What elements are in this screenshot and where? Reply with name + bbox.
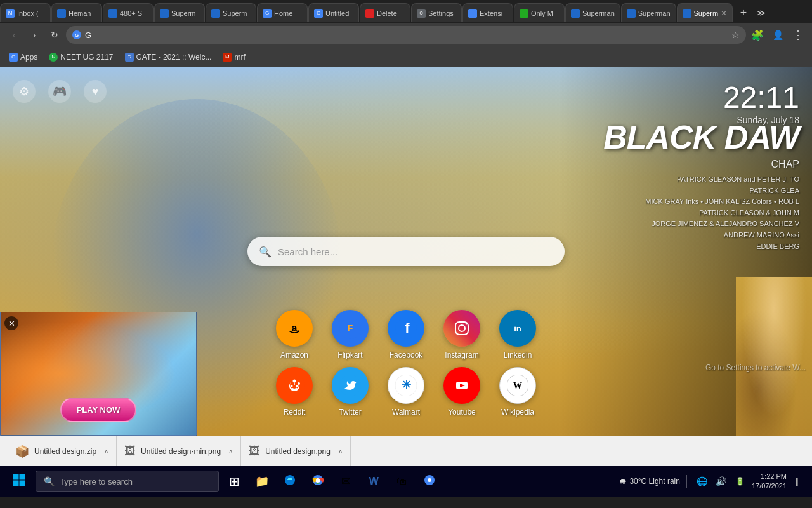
tab-superm2[interactable]: Superm bbox=[206, 3, 256, 22]
bookmark-mrf-label: mrf bbox=[234, 53, 245, 62]
social-linkedin[interactable]: in Linkedin bbox=[499, 310, 536, 359]
tab-label-onlym: Only M bbox=[531, 10, 559, 17]
chrome2-icon bbox=[423, 474, 436, 489]
social-twitter[interactable]: Twitter bbox=[332, 367, 369, 417]
tab-inbox[interactable]: M Inbox ( bbox=[0, 3, 51, 22]
taskbar-chrome-button[interactable] bbox=[305, 469, 331, 494]
favorites-widget-icon[interactable]: ♥ bbox=[84, 80, 107, 103]
credit-line-5: JORGE JIMENEZ & ALEJANDRO SANCHEZ V bbox=[603, 218, 799, 230]
youtube-icon bbox=[443, 367, 480, 404]
bookmark-star-icon[interactable]: ☆ bbox=[731, 30, 740, 40]
taskbar-chrome2-button[interactable] bbox=[417, 469, 442, 494]
facebook-label: Facebook bbox=[390, 351, 423, 359]
search-icon: 🔍 bbox=[259, 246, 272, 258]
walmart-label: Walmart bbox=[392, 408, 420, 417]
start-button[interactable] bbox=[5, 467, 33, 495]
battery-icon-btn[interactable]: 🔋 bbox=[731, 469, 749, 494]
social-wikipedia[interactable]: W Wikipedia bbox=[499, 367, 536, 417]
amazon-label: Amazon bbox=[280, 351, 308, 359]
new-tab-button[interactable]: + bbox=[735, 4, 752, 22]
tab-delete[interactable]: Delete bbox=[360, 3, 410, 22]
show-desktop-button[interactable]: ▐ bbox=[789, 469, 802, 494]
weather-widget[interactable]: 🌧 30°C Light rain bbox=[619, 477, 680, 486]
tab-close-icon[interactable]: ✕ bbox=[721, 9, 727, 18]
extensions-button[interactable]: 🧩 bbox=[749, 26, 766, 44]
back-button[interactable]: ‹ bbox=[5, 26, 23, 44]
taskbar-edge-button[interactable] bbox=[277, 469, 303, 494]
download-min-png-name: Untitled design-min.png bbox=[141, 447, 221, 456]
credit-line-2: PATRICK GLEA bbox=[603, 185, 799, 197]
bookmark-gate[interactable]: G GATE - 2021 :: Welc... bbox=[120, 50, 217, 64]
reddit-label: Reddit bbox=[284, 408, 306, 417]
credit-line-4: PATRICK GLEASON & JOHN M bbox=[603, 208, 799, 219]
ad-close-button[interactable]: ✕ bbox=[4, 316, 18, 330]
tab-heman[interactable]: Heman bbox=[51, 3, 102, 22]
reload-button[interactable]: ↻ bbox=[46, 26, 63, 44]
instagram-icon bbox=[443, 310, 480, 347]
address-bar[interactable]: G G ☆ bbox=[66, 26, 746, 44]
download-item-png[interactable]: 🖼 Untitled design.png ∧ bbox=[241, 436, 351, 466]
tab-settings[interactable]: ⚙ Settings bbox=[411, 3, 462, 22]
taskbar-store-button[interactable]: 🛍 bbox=[389, 469, 414, 494]
svg-point-36 bbox=[428, 478, 431, 482]
taskbar-explorer-button[interactable]: 📁 bbox=[249, 469, 275, 494]
profile-button[interactable]: 👤 bbox=[769, 26, 787, 44]
taskbar-mail-button[interactable]: ✉ bbox=[333, 469, 358, 494]
taskbar-search-bar[interactable]: 🔍 Type here to search bbox=[36, 471, 219, 492]
tab-label-480s: 480+ S bbox=[120, 10, 148, 17]
tab-extensions[interactable]: Extensi bbox=[462, 3, 513, 22]
svg-rect-30 bbox=[13, 480, 19, 486]
volume-icon-btn[interactable]: 🔊 bbox=[712, 469, 730, 494]
ad-play-button[interactable]: PLAY NOW bbox=[60, 398, 137, 422]
bookmark-neet[interactable]: N NEET UG 2117 bbox=[44, 50, 118, 64]
tab-onlym[interactable]: Only M bbox=[514, 3, 565, 22]
social-instagram[interactable]: Instagram bbox=[443, 310, 480, 359]
tab-superm1[interactable]: Superm bbox=[154, 3, 205, 22]
clock-time: 22:11 bbox=[723, 80, 799, 115]
flipkart-label: Flipkart bbox=[337, 351, 362, 359]
bookmark-apps[interactable]: G Apps bbox=[4, 50, 43, 64]
forward-button[interactable]: › bbox=[25, 26, 43, 44]
address-favicon: G bbox=[72, 30, 81, 39]
comic-text-overlay: BLACK DAW CHAP PATRICK GLEASON and PETER… bbox=[603, 118, 799, 252]
tab-superman2[interactable]: Superman bbox=[621, 3, 676, 22]
comic-title: BLACK DAW bbox=[603, 118, 799, 156]
system-clock[interactable]: 1:22 PM 17/07/2021 bbox=[752, 472, 787, 491]
social-reddit[interactable]: Reddit bbox=[276, 367, 313, 417]
social-facebook[interactable]: f Facebook bbox=[388, 310, 424, 359]
bookmark-mrf[interactable]: M mrf bbox=[218, 50, 250, 64]
svg-text:✳: ✳ bbox=[402, 378, 411, 391]
taskbar-search-placeholder: Type here to search bbox=[60, 477, 133, 486]
extend-tabs-icon[interactable]: ≫ bbox=[752, 8, 769, 18]
download-zip-chevron[interactable]: ∧ bbox=[104, 448, 108, 455]
weather-icon: 🌧 bbox=[619, 477, 627, 486]
social-amazon[interactable]: a Amazon bbox=[276, 310, 313, 359]
games-widget-icon[interactable]: 🎮 bbox=[48, 80, 71, 103]
search-bar[interactable]: 🔍 Search here... bbox=[247, 237, 565, 266]
network-icon-btn[interactable]: 🌐 bbox=[693, 469, 711, 494]
menu-button[interactable]: ⋮ bbox=[789, 26, 807, 44]
social-flipkart[interactable]: F Flipkart bbox=[332, 310, 369, 359]
download-min-png-chevron[interactable]: ∧ bbox=[228, 448, 233, 455]
twitter-label: Twitter bbox=[339, 408, 361, 417]
taskbar-word-button[interactable]: W bbox=[361, 469, 386, 494]
explorer-icon: 📁 bbox=[255, 474, 269, 488]
tab-superman-active[interactable]: Superm ✕ bbox=[677, 3, 733, 22]
task-view-button[interactable]: ⊞ bbox=[221, 469, 247, 494]
tab-480s[interactable]: 480+ S bbox=[103, 3, 154, 22]
settings-widget-icon[interactable]: ⚙ bbox=[13, 80, 36, 103]
social-walmart[interactable]: ✳ Walmart bbox=[388, 367, 424, 417]
social-youtube[interactable]: Youtube bbox=[443, 367, 480, 417]
activate-windows-watermark[interactable]: Go to Settings to activate W... bbox=[705, 363, 806, 372]
network-icon: 🌐 bbox=[697, 476, 707, 486]
search-placeholder[interactable]: Search here... bbox=[278, 246, 553, 257]
tab-superman1[interactable]: Superman bbox=[565, 3, 620, 22]
right-comic-overlay bbox=[736, 277, 812, 436]
svg-text:a: a bbox=[292, 323, 298, 333]
tab-untitled[interactable]: G Untitled bbox=[308, 3, 359, 22]
download-item-zip[interactable]: 📦 Untitled design.zip ∧ bbox=[8, 436, 117, 466]
tab-home[interactable]: G Home bbox=[257, 3, 308, 22]
nav-bar: ‹ › ↻ G G ☆ 🧩 👤 ⋮ bbox=[0, 23, 812, 47]
download-item-min-png[interactable]: 🖼 Untitled design-min.png ∧ bbox=[117, 436, 241, 466]
download-png-chevron[interactable]: ∧ bbox=[338, 448, 343, 455]
